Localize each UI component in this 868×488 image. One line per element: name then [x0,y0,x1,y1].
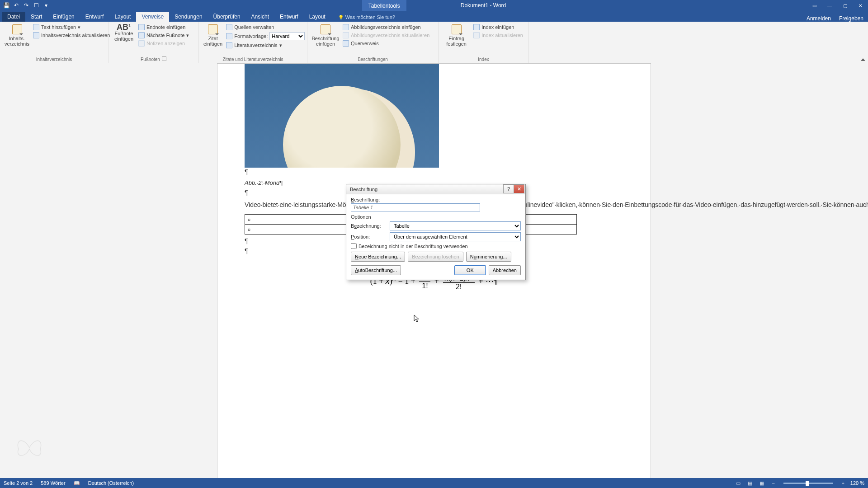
document-workspace: ¶ Abb.·2:·Mond¶ ¶ Video·bietet·eine·leis… [0,63,868,478]
update-tof-icon [343,32,349,38]
cancel-button[interactable]: Abbrechen [489,265,521,275]
bezeichnung-select[interactable]: Tabelle [390,221,521,230]
butterfly-watermark-icon [14,435,45,460]
close-window-icon[interactable]: ✕ [853,0,868,11]
insert-index-button[interactable]: Index einfügen [472,23,524,31]
tell-me-search[interactable]: Was möchten Sie tun? [335,13,399,22]
dialog-titlebar[interactable]: Beschriftung ? ✕ [346,184,525,194]
update-index-button[interactable]: Index aktualisieren [472,32,524,39]
minimize-icon[interactable]: — [822,0,837,11]
tab-entwurf[interactable]: Entwurf [80,12,109,22]
group-label-captions: Beschriftungen [312,56,434,62]
show-notes-button[interactable]: Notizen anzeigen [137,40,190,47]
ribbon-display-options-icon[interactable]: ▭ [807,0,822,11]
position-label: Position: [351,234,390,239]
web-layout-icon[interactable]: ▦ [757,479,766,487]
update-toc-icon [33,32,39,38]
numbering-button[interactable]: Nummerierung... [466,252,511,262]
bibliography-icon [226,42,232,48]
undo-icon[interactable]: ↶ [13,2,20,9]
status-page[interactable]: Seite 2 von 2 [4,480,33,486]
contextual-tab-label: Tabellentools [362,0,406,11]
crossref-icon [343,40,349,47]
insert-caption-button[interactable]: Beschriftung einfügen [312,23,339,47]
print-layout-icon[interactable]: ▤ [745,479,755,487]
position-select[interactable]: Über dem ausgewählten Element [390,232,521,241]
new-label-button[interactable]: Neue Bezeichnung... [351,252,405,262]
toc-button-label: Inhalts- verzeichnis [5,36,29,47]
status-bar: Seite 2 von 2 589 Wörter 📖 Deutsch (Öste… [0,478,868,488]
manage-sources-button[interactable]: Quellen verwalten [225,23,306,31]
tab-table-entwurf[interactable]: Entwurf [274,12,304,22]
status-language[interactable]: Deutsch (Österreich) [88,480,134,486]
exclude-label-checkbox[interactable] [351,243,357,249]
paragraph-mark: ¶ [245,168,248,175]
redo-icon[interactable]: ↷ [23,2,30,9]
ab-icon: AB¹ [117,24,131,30]
tab-file[interactable]: Datei [2,12,25,22]
read-mode-icon[interactable]: ▭ [734,479,743,487]
toc-icon [12,24,22,34]
ok-button[interactable]: OK [454,265,486,275]
zoom-slider[interactable] [783,483,833,484]
document-title: Dokument1 - Word [461,0,506,11]
zoom-out-icon[interactable]: − [769,479,778,487]
tab-einfuegen[interactable]: Einfügen [47,12,80,22]
next-footnote-button[interactable]: Nächste Fußnote ▾ [137,32,190,39]
group-label-citations: Zitate und Literaturverzeichnis [203,56,302,62]
add-text-icon [33,24,39,30]
share-button[interactable]: Freigeben [839,15,863,22]
footnotes-launcher-icon[interactable] [162,56,166,61]
group-label-index: Index [443,56,524,62]
caption-input[interactable] [351,203,480,211]
zoom-level[interactable]: 120 % [850,480,864,486]
zoom-in-icon[interactable]: + [839,479,848,487]
caption-dialog: Beschriftung ? ✕ Beschriftung: Optionen … [346,184,526,280]
maximize-icon[interactable]: ▢ [837,0,853,11]
quick-access-toolbar: 💾 ↶ ↷ ☐ ▾ [0,2,50,9]
ab-footnote-button[interactable]: AB¹ Fußnote einfügen [113,23,135,47]
status-word-count[interactable]: 589 Wörter [41,480,65,486]
insert-citation-button[interactable]: Zitat einfügen [203,23,222,49]
citation-style-row: Formatvorlage: Harvard [225,32,306,41]
tab-verweise[interactable]: Verweise [136,12,169,22]
insert-footnote-label: Fußnote einfügen [114,31,133,42]
insert-endnote-button[interactable]: Endnote einfügen [137,23,190,31]
insert-citation-label: Zitat einfügen [203,36,222,47]
tab-sendungen[interactable]: Sendungen [169,12,208,22]
insert-index-icon [473,24,480,30]
dialog-help-icon[interactable]: ? [503,184,514,193]
save-icon[interactable]: 💾 [3,2,10,9]
qat-customize-icon[interactable]: ▾ [42,2,50,9]
group-label-footnotes: Fußnoten [113,56,194,62]
insert-tof-button[interactable]: Abbildungsverzeichnis einfügen [342,23,430,31]
sign-in-link[interactable]: Anmelden [807,15,831,22]
citation-style-select[interactable]: Harvard [269,32,305,40]
add-text-button[interactable]: Text hinzufügen ▾ [32,23,111,31]
group-label-toc: Inhaltsverzeichnis [5,56,104,62]
dialog-close-icon[interactable]: ✕ [514,184,524,193]
exclude-label-text: Bezeichnung nicht in der Beschriftung ve… [359,244,468,249]
tab-layout[interactable]: Layout [109,12,136,22]
tab-ansicht[interactable]: Ansicht [246,12,274,22]
update-tof-button[interactable]: Abbildungsverzeichnis aktualisieren [342,32,430,39]
style-icon [226,33,232,39]
table-cell[interactable]: ¤ [245,225,356,235]
bezeichnung-label: Bezeichnung: [351,223,390,229]
toc-button[interactable]: Inhalts- verzeichnis [5,23,29,47]
update-toc-button[interactable]: Inhaltsverzeichnis aktualisieren [32,32,111,39]
crossref-button[interactable]: Querverweis [342,40,430,47]
bibliography-button[interactable]: Literaturverzeichnis ▾ [225,42,306,49]
tab-ueberpruefen[interactable]: Überprüfen [208,12,246,22]
ribbon-tabs: Datei Start Einfügen Entwurf Layout Verw… [0,11,868,22]
moon-image[interactable] [245,64,439,168]
table-cell[interactable]: ¤ [245,215,356,225]
citation-icon [208,24,218,34]
collapse-ribbon-icon[interactable] [861,58,865,61]
tab-table-layout[interactable]: Layout [304,12,331,22]
autocaption-button[interactable]: AutoBeschriftung... [351,265,401,275]
mark-entry-button[interactable]: Eintrag festlegen [443,23,470,47]
touch-mode-icon[interactable]: ☐ [33,2,40,9]
tab-start[interactable]: Start [25,12,47,22]
status-proofing-icon[interactable]: 📖 [74,480,80,486]
